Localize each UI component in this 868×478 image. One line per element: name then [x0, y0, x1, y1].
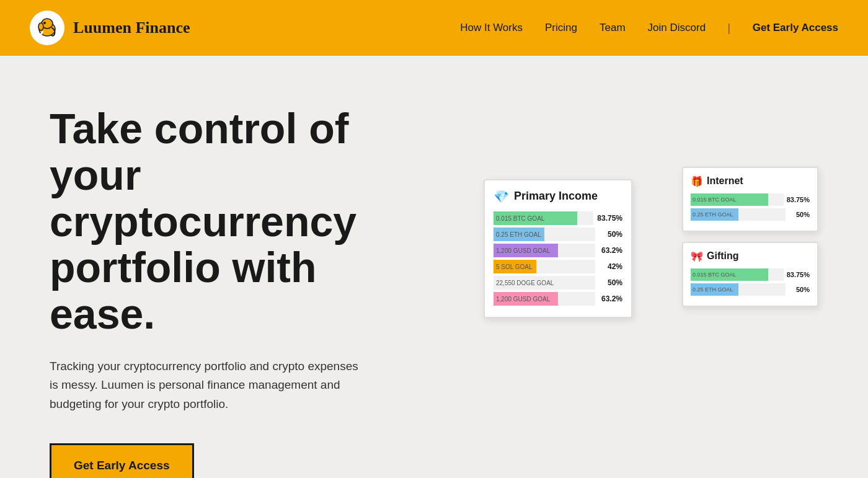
mini-bar-wrap: 0.015 BTC GOAL [691, 268, 784, 281]
nav-team[interactable]: Team [600, 22, 626, 34]
budget-row: 1,200 GUSD GOAL 63.2% [494, 244, 622, 257]
mini-label: 0.25 ETH GOAL [693, 286, 733, 293]
mini-pct: 50% [789, 286, 810, 293]
nav-join-discord[interactable]: Join Discord [648, 22, 706, 34]
gifting-card-rows: 0.015 BTC GOAL 83.75% 0.25 ETH GOAL 50% [691, 268, 810, 296]
budget-label: 1,200 GUSD GOAL [496, 295, 550, 302]
internet-card: 🎁 Internet 0.015 BTC GOAL 83.75% 0.25 ET… [682, 167, 818, 232]
mini-budget-row: 0.25 ETH GOAL 50% [691, 283, 810, 296]
mini-label: 0.25 ETH GOAL [693, 211, 733, 218]
budget-pct: 63.2% [599, 294, 622, 303]
budget-row: 0.25 ETH GOAL 50% [494, 228, 622, 241]
main-nav: How It Works Pricing Team Join Discord |… [460, 22, 838, 35]
hero-headline: Take control of your cryptocurrency port… [50, 105, 422, 337]
mini-label: 0.015 BTC GOAL [693, 272, 737, 278]
budget-label: 0.25 ETH GOAL [496, 231, 541, 237]
hero-text: Take control of your cryptocurrency port… [50, 105, 422, 478]
budget-pct: 50% [599, 230, 622, 239]
logo-icon [30, 11, 64, 45]
budget-bar-wrap: 22,550 DOGE GOAL [494, 276, 595, 290]
gem-icon: 💎 [494, 189, 509, 204]
budget-row: 1,200 GUSD GOAL 63.2% [494, 292, 622, 306]
mini-pct: 83.75% [787, 196, 810, 203]
mini-budget-row: 0.25 ETH GOAL 50% [691, 208, 810, 221]
mini-budget-row: 0.015 BTC GOAL 83.75% [691, 193, 810, 206]
budget-pct: 63.2% [599, 246, 622, 255]
mini-bar-wrap: 0.25 ETH GOAL [691, 208, 786, 221]
primary-income-rows: 0.015 BTC GOAL 83.75% 0.25 ETH GOAL 50% … [494, 211, 622, 306]
budget-bar-wrap: 1,200 GUSD GOAL [494, 292, 595, 306]
gifting-card-title: 🎀 Gifting [691, 250, 810, 262]
internet-icon: 🎁 [691, 175, 703, 187]
nav-how-it-works[interactable]: How It Works [460, 22, 523, 34]
budget-bar-wrap: 5 SOL GOAL [494, 260, 595, 273]
budget-label: 22,550 DOGE GOAL [496, 279, 554, 286]
budget-bar-wrap: 0.25 ETH GOAL [494, 228, 595, 241]
budget-label: 0.015 BTC GOAL [496, 215, 544, 221]
mini-pct: 50% [789, 211, 810, 218]
brand-name: Luumen Finance [73, 19, 190, 37]
primary-income-card: 💎 Primary Income 0.015 BTC GOAL 83.75% 0… [484, 179, 632, 318]
mini-bar-wrap: 0.25 ETH GOAL [691, 283, 786, 296]
internet-card-rows: 0.015 BTC GOAL 83.75% 0.25 ETH GOAL 50% [691, 193, 810, 221]
budget-pct: 50% [599, 278, 622, 287]
primary-income-title: 💎 Primary Income [494, 189, 622, 204]
budget-label: 1,200 GUSD GOAL [496, 247, 550, 254]
nav-divider: | [728, 22, 730, 35]
side-cards: 🎁 Internet 0.015 BTC GOAL 83.75% 0.25 ET… [682, 167, 818, 307]
gifting-icon: 🎀 [691, 250, 703, 262]
mini-label: 0.015 BTC GOAL [693, 197, 737, 203]
header: Luumen Finance How It Works Pricing Team… [0, 0, 868, 56]
budget-row: 22,550 DOGE GOAL 50% [494, 276, 622, 290]
budget-bar-wrap: 0.015 BTC GOAL [494, 211, 593, 225]
budget-pct: 83.75% [597, 214, 622, 223]
internet-card-title: 🎁 Internet [691, 175, 810, 187]
nav-pricing[interactable]: Pricing [545, 22, 577, 34]
hero-subtext: Tracking your cryptocurrency portfolio a… [50, 357, 360, 414]
budget-row: 0.015 BTC GOAL 83.75% [494, 211, 622, 225]
mini-budget-row: 0.015 BTC GOAL 83.75% [691, 268, 810, 281]
svg-point-3 [43, 22, 46, 24]
budget-pct: 42% [599, 262, 622, 271]
svg-point-4 [38, 23, 43, 30]
mini-pct: 83.75% [787, 271, 810, 278]
budget-label: 5 SOL GOAL [496, 263, 533, 270]
hero-section: Take control of your cryptocurrency port… [0, 56, 868, 478]
gifting-card: 🎀 Gifting 0.015 BTC GOAL 83.75% 0.25 ETH… [682, 242, 818, 307]
logo-area: Luumen Finance [30, 11, 190, 45]
nav-cta-button[interactable]: Get Early Access [753, 22, 838, 34]
mini-bar-wrap: 0.015 BTC GOAL [691, 193, 784, 206]
hero-visuals: 💎 Primary Income 0.015 BTC GOAL 83.75% 0… [446, 142, 818, 452]
budget-bar-wrap: 1,200 GUSD GOAL [494, 244, 595, 257]
hero-cta-button[interactable]: Get Early Access [50, 443, 194, 478]
budget-row: 5 SOL GOAL 42% [494, 260, 622, 273]
